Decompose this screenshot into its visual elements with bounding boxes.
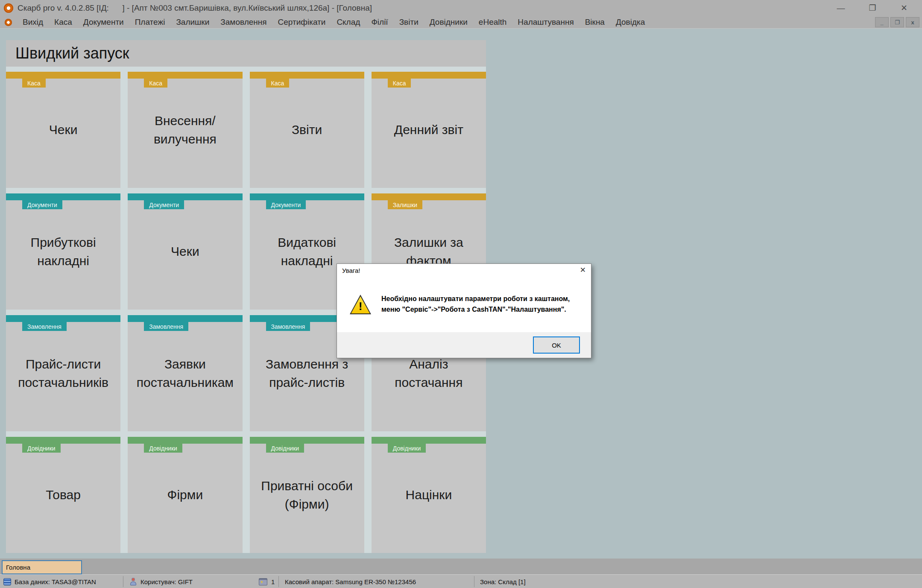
tile-category-badge: Каса [388, 79, 411, 88]
window-title: Скарб pro v. 4.0.2.85 [ІД: ] - [Апт №003… [18, 3, 372, 13]
window-controls: — ❐ ✕ [835, 0, 910, 16]
menu-item-sklad[interactable]: Склад [331, 16, 366, 28]
tile-zaiavky-postachalnykam[interactable]: Замовлення Заявки постачальникам [128, 315, 242, 431]
mdi-close-button[interactable]: x [906, 17, 919, 27]
tile-label: Денний звіт [372, 72, 486, 188]
tile-category-badge: Документи [266, 200, 306, 209]
tile-category-badge: Замовлення [22, 322, 67, 331]
status-bar: База даних: TASA3@TITAN Користувач: GIFT… [0, 574, 922, 588]
tile-label: Чеки [6, 72, 120, 188]
menu-item-nalashtuvannia[interactable]: Налаштування [512, 16, 579, 28]
dialog-message: Необхідно налаштувати параметри роботи з… [381, 294, 570, 315]
cash-register-label: Касовий апарат: Samsung ER-350 №123456 [285, 578, 416, 585]
restore-button[interactable]: ❐ [866, 0, 878, 16]
menu-item-vykhid[interactable]: Вихід [17, 16, 49, 28]
tile-label: Товар [6, 437, 120, 553]
user-label: Користувач: GIFT [140, 578, 193, 585]
tile-label: Чеки [128, 193, 242, 310]
menu-item-kasa[interactable]: Каса [49, 16, 78, 28]
menu-item-dovidka[interactable]: Довідка [610, 16, 650, 28]
dialog-body: ! Необхідно налаштувати параметри роботи… [337, 277, 591, 332]
zone-section: Зона: Склад [1] [480, 575, 526, 588]
database-icon [3, 578, 11, 585]
menu-item-dovidnyky[interactable]: Довідники [424, 16, 473, 28]
status-separator [123, 576, 123, 587]
minimize-button[interactable]: — [835, 0, 847, 16]
tile-category-badge: Документи [22, 200, 62, 209]
tile-label: Прайс-листи постачальників [6, 315, 120, 431]
tile-zvity-kasa[interactable]: Каса Звіти [250, 72, 364, 188]
mdi-minimize-button[interactable]: _ [875, 17, 889, 27]
menu-item-platezhi[interactable]: Платежі [129, 16, 171, 28]
tile-category-badge: Каса [266, 79, 290, 88]
tile-label: Заявки постачальникам [128, 315, 242, 431]
menu-item-filii[interactable]: Філії [366, 16, 393, 28]
tile-label: Приватні особи (Фірми) [250, 437, 364, 553]
close-button[interactable]: ✕ [898, 0, 910, 16]
tile-tovar[interactable]: Довідники Товар [6, 437, 120, 553]
page-title: Швидкий запуск [6, 40, 486, 67]
mdi-window-controls: _ ❐ x [875, 17, 919, 27]
dialog-close-icon[interactable]: ✕ [580, 264, 586, 277]
warning-triangle-icon: ! [350, 295, 371, 314]
tile-category-badge: Каса [144, 79, 167, 88]
tile-label: Націнки [372, 437, 486, 553]
tile-vnesennia-vyluchennia[interactable]: Каса Внесення/вилучення [128, 72, 242, 188]
tile-cheky-dokumenty[interactable]: Документи Чеки [128, 193, 242, 310]
status-separator [278, 576, 279, 587]
user-section: Користувач: GIFT [130, 575, 193, 588]
menu-item-dokumenty[interactable]: Документи [78, 16, 129, 28]
tile-cheky-kasa[interactable]: Каса Чеки [6, 72, 120, 188]
register-count: 1 [271, 578, 275, 585]
title-bar: Скарб pro v. 4.0.2.85 [ІД: ] - [Апт №003… [0, 0, 922, 16]
menu-bar: Вихід Каса Документи Платежі Залишки Зам… [0, 16, 922, 29]
warning-dialog: Увага! ✕ ! Необхідно налаштувати парамет… [337, 263, 591, 358]
menu-item-ehealth[interactable]: eHealth [473, 16, 512, 28]
dialog-message-line2: меню "Сервіс"->"Робота з CashTAN"-"Налаш… [381, 304, 570, 315]
database-label: База даних: TASA3@TITAN [15, 578, 96, 585]
mdi-restore-button[interactable]: ❐ [890, 17, 904, 27]
tile-category-badge: Документи [144, 200, 184, 209]
tab-holovna[interactable]: Головна [2, 560, 82, 574]
menu-item-sertyfikaty[interactable]: Сертифікати [272, 16, 331, 28]
tile-label: Звіти [250, 72, 364, 188]
menu-item-zvity[interactable]: Звіти [394, 16, 424, 28]
tile-category-badge: Довідники [22, 444, 61, 453]
tile-category-badge: Замовлення [266, 322, 310, 331]
tile-pryvatni-osoby-firmy[interactable]: Довідники Приватні особи (Фірми) [250, 437, 364, 553]
dialog-message-line1: Необхідно налаштувати параметри роботи з… [381, 294, 570, 304]
tile-dennyi-zvit[interactable]: Каса Денний звіт [372, 72, 486, 188]
tile-label: Внесення/вилучення [128, 72, 242, 188]
tile-category-badge: Залишки [388, 200, 422, 209]
dialog-title-bar: Увага! ✕ [337, 264, 591, 277]
menu-item-zamovlennia[interactable]: Замовлення [215, 16, 272, 28]
dialog-title: Увага! [342, 267, 360, 274]
zone-label: Зона: Склад [1] [480, 578, 526, 585]
menu-item-vikna[interactable]: Вікна [580, 16, 610, 28]
tile-label: Прибуткові накладні [6, 193, 120, 310]
database-section: База даних: TASA3@TITAN [3, 575, 96, 588]
tile-category-badge: Довідники [266, 444, 304, 453]
tile-category-badge: Довідники [144, 444, 182, 453]
tile-prybutkovi-nakladni[interactable]: Документи Прибуткові накладні [6, 193, 120, 310]
mdi-child-icon [5, 19, 12, 26]
menu-item-zalyshky[interactable]: Залишки [170, 16, 215, 28]
register-count-section: 1 [259, 575, 275, 588]
user-icon [130, 578, 137, 585]
tile-category-badge: Довідники [388, 444, 426, 453]
status-separator [474, 576, 474, 587]
tile-firmy[interactable]: Довідники Фірми [128, 437, 242, 553]
tile-label: Фірми [128, 437, 242, 553]
app-logo-icon [4, 3, 13, 13]
tile-category-badge: Каса [22, 79, 46, 88]
application-window: Скарб pro v. 4.0.2.85 [ІД: ] - [Апт №003… [0, 0, 922, 588]
cash-register-icon [259, 578, 267, 585]
dialog-footer: OK [337, 332, 591, 358]
tile-natsinky[interactable]: Довідники Націнки [372, 437, 486, 553]
tile-category-badge: Замовлення [144, 322, 188, 331]
tab-strip: Головна [0, 559, 922, 574]
ok-button[interactable]: OK [533, 336, 580, 354]
tile-prais-lysty-postachalnykiv[interactable]: Замовлення Прайс-листи постачальників [6, 315, 120, 431]
cash-register-section: Касовий апарат: Samsung ER-350 №123456 [285, 575, 416, 588]
